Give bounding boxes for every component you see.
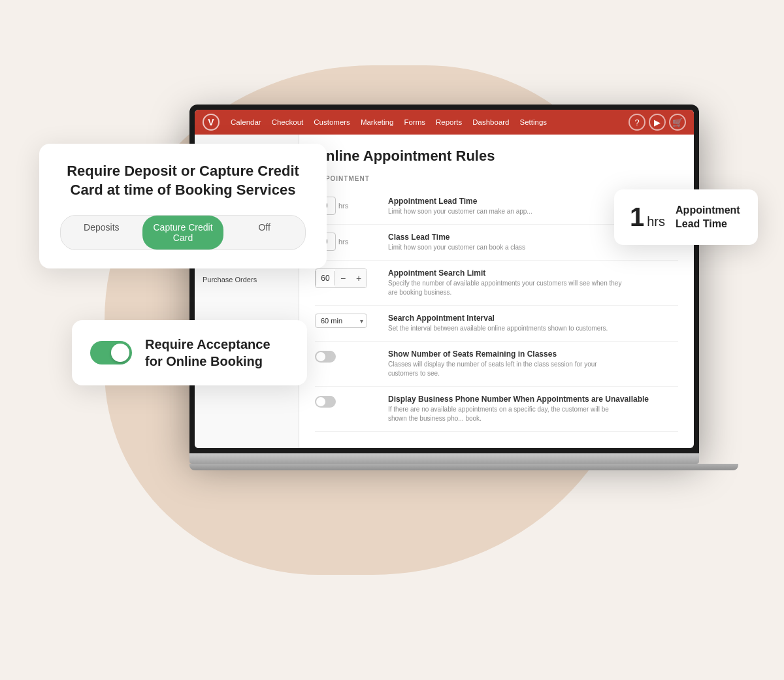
seats-toggle-group	[315, 349, 380, 363]
interval-title: Search Appointment Interval	[388, 314, 608, 323]
capture-credit-option[interactable]: Capture Credit Card	[142, 216, 224, 250]
nav-settings[interactable]: Settings	[515, 118, 552, 126]
seats-title: Show Number of Seats Remaining in Classe…	[388, 349, 623, 359]
lead-time-card: 1 hrs Appointment Lead Time	[614, 189, 758, 245]
nav-calendar[interactable]: Calendar	[226, 118, 266, 126]
rule-search-interval: 60 min 30 min 15 min Search Appointment …	[315, 306, 678, 342]
search-limit-input-group: 60 − +	[315, 268, 380, 288]
seats-text: Show Number of Seats Remaining in Classe…	[388, 349, 623, 378]
interval-desc: Set the interval between available onlin…	[388, 324, 608, 333]
lead-time-unit: hrs	[338, 202, 348, 210]
lead-time-card-unit: hrs	[647, 214, 665, 229]
page-title: Online Appointment Rules	[315, 148, 678, 165]
lead-time-card-label: Appointment Lead Time	[676, 204, 742, 231]
class-lead-desc: Limit how soon your customer can book a …	[388, 243, 525, 252]
laptop-base	[189, 453, 699, 464]
nav-checkout[interactable]: Checkout	[267, 118, 308, 126]
phone-toggle-group	[315, 395, 380, 408]
interval-select-wrapper: 60 min 30 min 15 min	[315, 314, 367, 328]
rule-display-phone: Display Business Phone Number When Appoi…	[315, 387, 678, 432]
stepper-increment[interactable]: +	[351, 269, 367, 287]
sidebar-item-purchase-orders[interactable]: Purchase Orders	[195, 272, 299, 287]
search-limit-value[interactable]: 60	[316, 271, 335, 285]
phone-toggle[interactable]	[315, 396, 336, 408]
interval-input-group: 60 min 30 min 15 min	[315, 314, 380, 328]
nav-customers[interactable]: Customers	[309, 118, 355, 126]
lead-time-title: Appointment Lead Time	[388, 197, 532, 206]
section-label: APPOINTMENT	[315, 175, 678, 182]
nav-dashboard[interactable]: Dashboard	[468, 118, 514, 126]
nav-marketing[interactable]: Marketing	[356, 118, 399, 126]
main-content: Online Appointment Rules APPOINTMENT 0 h…	[299, 135, 694, 448]
interval-select[interactable]: 60 min 30 min 15 min	[315, 314, 367, 328]
acceptance-card-title: Require Acceptance for Online Booking	[145, 336, 289, 370]
acceptance-card: Require Acceptance for Online Booking	[72, 320, 307, 385]
phone-text: Display Business Phone Number When Appoi…	[388, 395, 649, 423]
cart-icon[interactable]: 🛒	[669, 114, 686, 131]
deposit-card-title: Require Deposit or Capture Credit Card a…	[60, 162, 306, 199]
stepper-decrement[interactable]: −	[335, 269, 351, 287]
phone-desc: If there are no available appointments o…	[388, 405, 623, 423]
class-lead-text: Class Lead Time Limit how soon your cust…	[388, 233, 525, 252]
app-logo[interactable]: V	[203, 114, 220, 131]
laptop-foot	[189, 464, 738, 470]
search-limit-stepper: 60 − +	[315, 268, 367, 288]
deposits-option[interactable]: Deposits	[61, 216, 142, 250]
help-icon[interactable]: ?	[629, 114, 645, 131]
search-limit-desc: Specify the number of available appointm…	[388, 279, 623, 297]
payment-toggle-group: Deposits Capture Credit Card Off	[60, 215, 306, 250]
search-limit-title: Appointment Search Limit	[388, 268, 623, 278]
nav-reports[interactable]: Reports	[431, 118, 466, 126]
off-option[interactable]: Off	[223, 216, 305, 250]
rule-show-seats: Show Number of Seats Remaining in Classe…	[315, 342, 678, 387]
class-lead-unit: hrs	[338, 238, 348, 246]
lead-time-text: Appointment Lead Time Limit how soon you…	[388, 197, 532, 216]
navbar: V Calendar Checkout Customers Marketing …	[195, 110, 694, 135]
rule-search-limit: 60 − + Appointment Search Limit Specify …	[315, 261, 678, 306]
deposit-card: Require Deposit or Capture Credit Card a…	[39, 144, 327, 268]
lead-time-desc: Limit how soon your customer can make an…	[388, 207, 532, 216]
class-lead-title: Class Lead Time	[388, 233, 525, 242]
seats-toggle[interactable]	[315, 351, 336, 363]
nav-forms[interactable]: Forms	[399, 118, 430, 126]
search-limit-text: Appointment Search Limit Specify the num…	[388, 268, 623, 297]
acceptance-toggle[interactable]	[90, 341, 132, 364]
interval-text: Search Appointment Interval Set the inte…	[388, 314, 608, 333]
lead-time-card-number: 1	[630, 202, 644, 232]
seats-desc: Classes will display the number of seats…	[388, 360, 623, 378]
play-icon[interactable]: ▶	[649, 114, 666, 131]
phone-title: Display Business Phone Number When Appoi…	[388, 395, 649, 404]
